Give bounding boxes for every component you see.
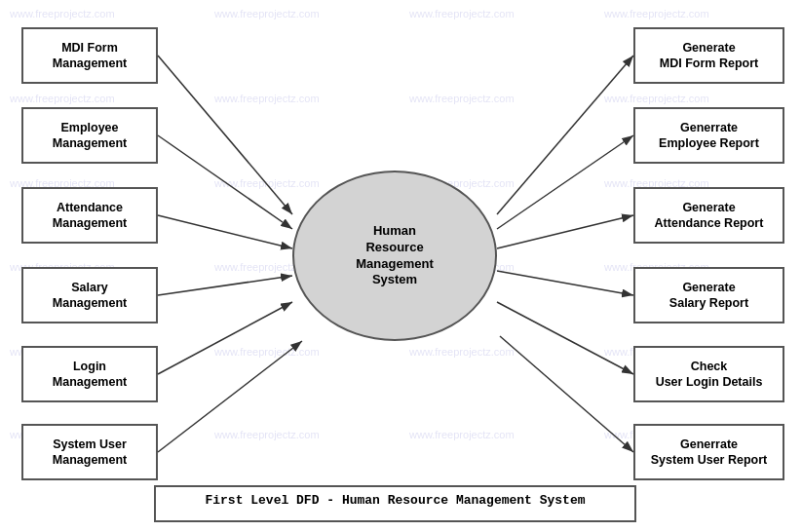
footer-title: First Level DFD - Human Resource Managem… — [154, 485, 636, 522]
svg-line-7 — [497, 56, 633, 214]
watermark-6: www.freeprojectz.com — [214, 93, 320, 104]
svg-line-12 — [500, 336, 633, 452]
svg-line-4 — [158, 276, 292, 295]
watermark-8: www.freeprojectz.com — [604, 93, 709, 104]
watermark-3: www.freeprojectz.com — [409, 8, 515, 19]
watermark-10: www.freeprojectz.com — [214, 177, 320, 189]
generate-mdi-report-box: GenerateMDI Form Report — [633, 27, 784, 84]
watermark-23: www.freeprojectz.com — [409, 429, 515, 440]
mdi-form-management-box: MDI Form Management — [21, 27, 158, 84]
watermark-5: www.freeprojectz.com — [10, 93, 115, 104]
svg-line-6 — [158, 341, 302, 452]
watermark-18: www.freeprojectz.com — [214, 346, 320, 358]
generate-employee-report-box: GenerrateEmployee Report — [633, 107, 784, 164]
diagram-container: www.freeprojectz.com www.freeprojectz.co… — [0, 0, 802, 532]
system-user-management-box: System UserManagement — [21, 424, 158, 480]
generate-sysuser-report-box: GenerrateSystem User Report — [633, 424, 784, 480]
svg-line-1 — [158, 56, 292, 214]
watermark-4: www.freeprojectz.com — [604, 8, 709, 19]
svg-line-3 — [158, 215, 292, 248]
svg-line-10 — [497, 271, 633, 295]
login-management-box: LoginManagement — [21, 346, 158, 402]
generate-salary-report-box: GenerateSalary Report — [633, 267, 784, 323]
watermark-1: www.freeprojectz.com — [10, 8, 115, 19]
generate-attendance-report-box: GenerateAttendance Report — [633, 187, 784, 244]
check-user-login-box: CheckUser Login Details — [633, 346, 784, 402]
attendance-management-box: AttendanceManagement — [21, 187, 158, 244]
svg-line-8 — [497, 135, 633, 229]
svg-line-9 — [497, 215, 633, 248]
svg-line-2 — [158, 135, 292, 229]
svg-line-5 — [158, 302, 292, 374]
center-circle: HumanResourceManagementSystem — [292, 171, 497, 341]
watermark-2: www.freeprojectz.com — [214, 8, 320, 19]
svg-line-11 — [497, 302, 633, 374]
watermark-7: www.freeprojectz.com — [409, 93, 515, 104]
employee-management-box: EmployeeManagement — [21, 107, 158, 164]
watermark-22: www.freeprojectz.com — [214, 429, 320, 440]
salary-management-box: SalaryManagement — [21, 267, 158, 323]
watermark-19: www.freeprojectz.com — [409, 346, 515, 358]
